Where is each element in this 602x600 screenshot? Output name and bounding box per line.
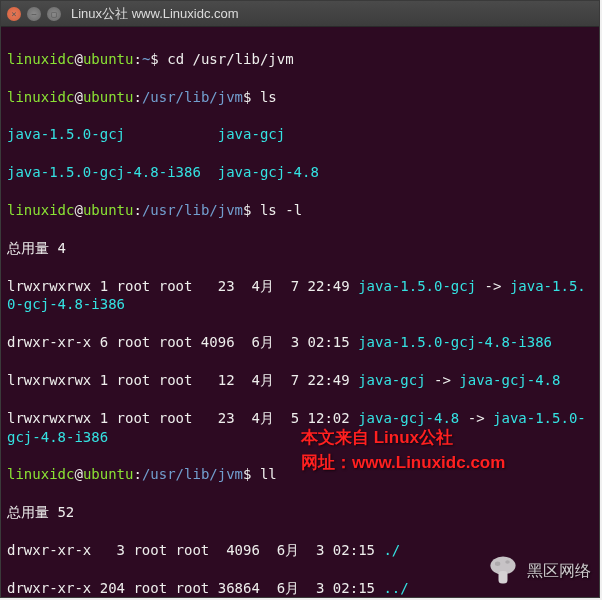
prompt-user: linuxidc — [7, 51, 74, 67]
ls-entry: java-gcj — [218, 126, 285, 142]
command-text: cd /usr/lib/jvm — [167, 51, 293, 67]
file-name: ../ — [383, 580, 408, 596]
file-perms: drwxr-xr-x 204 root root 36864 6月 3 02:1… — [7, 580, 383, 596]
file-name: java-gcj — [358, 372, 425, 388]
file-perms: drwxr-xr-x 3 root root 4096 6月 3 02:15 — [7, 542, 383, 558]
file-perms: drwxr-xr-x 6 root root 4096 6月 3 02:15 — [7, 334, 358, 350]
file-perms: lrwxrwxrwx 1 root root 23 4月 5 12:02 — [7, 410, 358, 426]
command-text: ls -l — [260, 202, 302, 218]
total-line: 总用量 52 — [7, 503, 593, 522]
titlebar[interactable]: × − ▢ Linux公社 www.Linuxidc.com — [1, 1, 599, 27]
prompt-host: ubuntu — [83, 51, 134, 67]
terminal-window: × − ▢ Linux公社 www.Linuxidc.com linuxidc@… — [0, 0, 600, 598]
ls-entry: java-1.5.0-gcj — [7, 126, 125, 142]
ls-entry: java-1.5.0-gcj-4.8-i386 — [7, 164, 201, 180]
file-name: java-1.5.0-gcj-4.8-i386 — [358, 334, 552, 350]
file-name: java-gcj-4.8 — [358, 410, 459, 426]
file-name: ./ — [383, 542, 400, 558]
minimize-icon[interactable]: − — [27, 7, 41, 21]
close-icon[interactable]: × — [7, 7, 21, 21]
terminal-body[interactable]: linuxidc@ubuntu:~$ cd /usr/lib/jvm linux… — [1, 27, 599, 597]
command-text: ll — [260, 466, 277, 482]
total-line: 总用量 4 — [7, 239, 593, 258]
window-title: Linux公社 www.Linuxidc.com — [71, 5, 239, 23]
ls-entry: java-gcj-4.8 — [218, 164, 319, 180]
link-target: java-gcj-4.8 — [459, 372, 560, 388]
file-perms: lrwxrwxrwx 1 root root 23 4月 7 22:49 — [7, 278, 358, 294]
file-name: java-1.5.0-gcj — [358, 278, 476, 294]
file-perms: lrwxrwxrwx 1 root root 12 4月 7 22:49 — [7, 372, 358, 388]
command-text: ls — [260, 89, 277, 105]
maximize-icon[interactable]: ▢ — [47, 7, 61, 21]
